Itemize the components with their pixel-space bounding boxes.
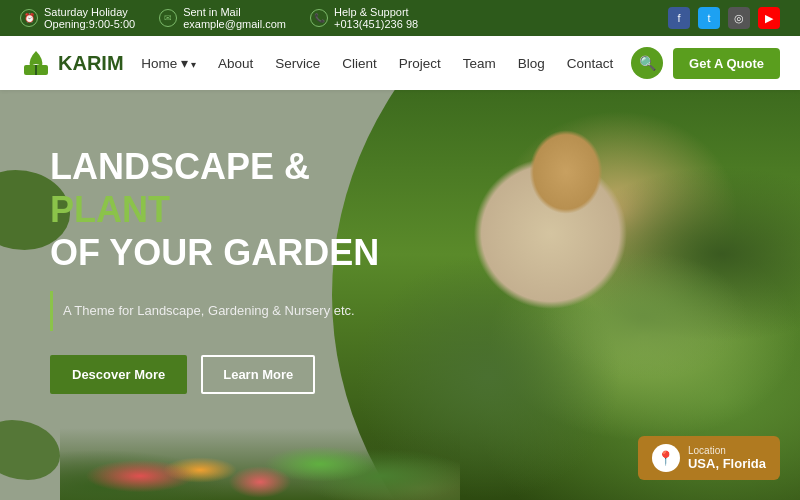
facebook-icon[interactable]: f: [668, 7, 690, 29]
nav-actions: 🔍 Get A Quote: [631, 47, 780, 79]
nav-item-team[interactable]: Team: [463, 54, 496, 72]
hours-info: ⏰ Saturday Holiday Opening:9:00-5:00: [20, 6, 135, 30]
learn-more-button[interactable]: Learn More: [201, 355, 315, 394]
hero-title: LANDSCAPE & PLANT OF YOUR GARDEN: [50, 145, 430, 275]
location-badge: 📍 Location USA, Florida: [638, 436, 780, 480]
twitter-icon[interactable]: t: [698, 7, 720, 29]
nav-item-client[interactable]: Client: [342, 54, 377, 72]
nav-item-home[interactable]: Home ▾: [141, 54, 196, 72]
email-text: Sent in Mail example@gmail.com: [183, 6, 286, 30]
mail-icon: ✉: [159, 9, 177, 27]
location-pin-icon: 📍: [652, 444, 680, 472]
discover-button[interactable]: Descover More: [50, 355, 187, 394]
hero-buttons: Descover More Learn More: [50, 355, 430, 394]
nav-item-project[interactable]: Project: [399, 54, 441, 72]
top-bar-info: ⏰ Saturday Holiday Opening:9:00-5:00 ✉ S…: [20, 6, 418, 30]
nav-links: Home ▾ About Service Client Project Team…: [141, 54, 613, 72]
svg-rect-1: [35, 65, 37, 75]
hero-subtitle-container: A Theme for Landscape, Gardening & Nurse…: [50, 291, 430, 331]
nav-item-blog[interactable]: Blog: [518, 54, 545, 72]
phone-icon: 📞: [310, 9, 328, 27]
email-info: ✉ Sent in Mail example@gmail.com: [159, 6, 286, 30]
quote-button[interactable]: Get A Quote: [673, 48, 780, 79]
hero-content: LANDSCAPE & PLANT OF YOUR GARDEN A Theme…: [50, 145, 430, 394]
accent-bar: [50, 291, 53, 331]
hero-section: LANDSCAPE & PLANT OF YOUR GARDEN A Theme…: [0, 90, 800, 500]
top-bar: ⏰ Saturday Holiday Opening:9:00-5:00 ✉ S…: [0, 0, 800, 36]
logo[interactable]: KARIM: [20, 47, 124, 79]
social-links: f t ◎ ▶: [668, 7, 780, 29]
flowers-foreground: [60, 380, 460, 500]
logo-icon: [20, 47, 52, 79]
nav-item-service[interactable]: Service: [275, 54, 320, 72]
navbar: KARIM Home ▾ About Service Client Projec…: [0, 36, 800, 90]
nav-item-about[interactable]: About: [218, 54, 253, 72]
location-text: Location USA, Florida: [688, 445, 766, 471]
youtube-icon[interactable]: ▶: [758, 7, 780, 29]
hero-subtitle: A Theme for Landscape, Gardening & Nurse…: [63, 303, 355, 318]
search-button[interactable]: 🔍: [631, 47, 663, 79]
hours-text: Saturday Holiday Opening:9:00-5:00: [44, 6, 135, 30]
dribbble-icon[interactable]: ◎: [728, 7, 750, 29]
support-text: Help & Support +013(451)236 98: [334, 6, 418, 30]
clock-icon: ⏰: [20, 9, 38, 27]
support-info: 📞 Help & Support +013(451)236 98: [310, 6, 418, 30]
nav-item-contact[interactable]: Contact: [567, 54, 614, 72]
